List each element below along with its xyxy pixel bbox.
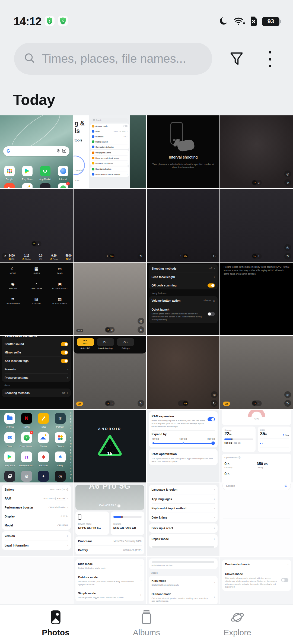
pencil-icon [41, 416, 45, 421]
thumbnail-camera-hdr-menu[interactable]: HDRAUTOAuto HDR ⧉terval shooting ⚙Settin… [74, 336, 146, 409]
settings-row: BluetoothOff [92, 134, 128, 139]
thumbnail-camera-viewfinder[interactable]: 1x2 [220, 115, 293, 188]
power-shield-icon [45, 16, 55, 27]
google-g-icon: G [285, 484, 287, 488]
auto-hdr-chip: HDRAUTOAuto HDR [77, 338, 94, 351]
cut-text: g & [75, 120, 85, 127]
mode-timelapse: ◔TIME-LAPSE [25, 282, 48, 289]
thumbnail-interval-shooting[interactable]: Interval shooting Take photos at a selec… [147, 115, 220, 188]
thumbnail-camera-viewfinder[interactable]: f/2.8 1x2 [74, 263, 146, 335]
thumbnail-modes-settings[interactable]: Kids modeDigital Wellbeing starts early.… [74, 557, 146, 604]
android-version: 15 [107, 451, 112, 456]
filter-button[interactable] [228, 50, 246, 68]
tab-photos[interactable]: Photos [30, 610, 81, 644]
thumbnail-camera-modes[interactable]: ☾NIGHT ▦HI-RES ▭PANO ◉SLO-MO ◔TIME-LAPSE… [0, 263, 73, 335]
thumbnail-camera-settings[interactable]: Composition assistance Shutter sound Mir… [0, 336, 73, 409]
thumbnail-video-settings[interactable]: Record videos in the high-efficiency vid… [220, 263, 293, 335]
netflix-n-icon: N [25, 416, 28, 421]
interval-shooting-chip: ⧉terval shooting [97, 338, 114, 351]
thumbnail-camera-viewfinder[interactable]: 1x2 [220, 189, 293, 262]
spec-row: ProcessorMediaTek Dimensity 6300 [78, 536, 142, 545]
app-game: ✦ [36, 471, 51, 482]
feature-description: Take photos at a selected interval until… [151, 163, 216, 169]
spec-row: Display6.57 in [5, 512, 68, 521]
thumbnail-camera-viewfinder[interactable]: 110x [74, 189, 146, 262]
folder-icon [7, 416, 12, 420]
mode-grid: ☾NIGHT ▦HI-RES ▭PANO ◉SLO-MO ◔TIME-LAPSE… [1, 266, 72, 305]
layers-icon: ⧉ [103, 340, 106, 344]
thumbnail-camera-viewfinder[interactable]: 110x [147, 336, 220, 409]
thumbnail-android-15[interactable]: ANDROID 15 [74, 410, 146, 482]
camera-toolbar: HDRAUTOAuto HDR ⧉terval shooting ⚙Settin… [74, 336, 146, 353]
settings-row: One-handed mode [225, 560, 288, 569]
thumbnail-camera-viewfinder[interactable]: 110x [147, 189, 220, 262]
thumbnail-settings[interactable]: g &ls tools Immortal tions Search Airpla… [74, 115, 146, 188]
google-widget: Google G [222, 483, 291, 490]
settings-row: Mobile network [92, 139, 128, 144]
camera-flip-icon [211, 400, 218, 407]
more-options-button[interactable] [265, 50, 275, 68]
thumbnail-app-drawer[interactable]: My Files NNetflix Notes ❄PCMark ☎Phone ⚡… [0, 410, 73, 482]
thumbnail-system-settings[interactable]: Language & region App languages Keyboard… [147, 483, 220, 556]
search-icon [23, 52, 36, 65]
toggle-off [208, 312, 215, 316]
albums-tab-icon [139, 621, 154, 626]
home-app-row-clipped: ⚡1 [3, 183, 70, 188]
camera-flip-icon [138, 326, 144, 333]
settings-row: Quick launchDouble press either volume b… [152, 305, 215, 323]
waveform-icon [42, 455, 45, 459]
app-phone: ☎Phone [2, 432, 17, 448]
wifi-icon [233, 16, 245, 27]
bottom-navigation: Photos Albums Explore [0, 605, 293, 644]
watermark-icon [138, 318, 144, 324]
setting-title: RAM expansion [152, 415, 174, 418]
game-icon: ✦ [42, 474, 45, 478]
zoom-badge: 2x [76, 402, 83, 406]
thumbnail-blank-page[interactable] [0, 557, 73, 604]
thumbnail-camera-pro-mode[interactable]: 1x2 6400ISO 1/13Shutter 0.0EV 0.20Focus … [0, 189, 73, 262]
thumbnail-home-screen[interactable]: G Google Play Store App Market Internet … [0, 115, 73, 188]
watermark-icon [284, 171, 291, 177]
thumbnail-gloves-mode[interactable]: One-handed mode Gloves modeThis mode all… [220, 557, 293, 604]
no-sim-icon [250, 16, 258, 27]
thumbnail-camera-viewfinder[interactable]: 2x 1x2 [220, 336, 293, 409]
explore-tab-icon [230, 621, 245, 626]
aperture-badge: f/2.8 [76, 329, 84, 332]
mode-docscanner: ▤DOC SCANNER [48, 297, 72, 305]
google-search-widget: G [3, 146, 69, 156]
app-my-files: My Files [2, 413, 17, 429]
thumbnail-home-blank[interactable]: Google G [220, 483, 293, 556]
thumbnail-device-specs[interactable]: Battery6500 mAh (TYP) RAM8.00 GB +8.00 G… [0, 483, 73, 556]
os-version: ColorOS 15.0 [99, 504, 116, 507]
settings-row: Add location tags [5, 356, 68, 365]
thumbnail-camera-settings[interactable]: Shooting methodsOff Lens focal length QR… [147, 263, 220, 335]
app-tools: ⚙ [19, 471, 34, 482]
play-store-icon [8, 454, 12, 459]
zoom-selector: 110x [178, 253, 188, 259]
do-not-disturb-moon-icon [219, 16, 229, 27]
thumbnail-ram-settings[interactable]: RAM expansionWhen the storage space is s… [147, 410, 220, 482]
settings-row: Volume button actionShutter [152, 296, 215, 305]
snowflake-icon: ❄ [58, 416, 62, 421]
thumbnail-phone-manager[interactable]: CPU Storage 22% 58.5 GB | 256 GB RAM35% … [220, 410, 293, 482]
photos-tab-icon [48, 621, 63, 626]
notification-badge: 1 [66, 182, 70, 185]
mode-pano: ▭PANO [48, 266, 72, 274]
settings-row: Keyboard & input method [152, 503, 215, 513]
search-input[interactable] [42, 52, 203, 65]
thumbnail-about-device[interactable]: A6 Pro 5G ColorOS 15.0 Device name OPPO … [74, 483, 146, 556]
tab-albums[interactable]: Albums [121, 610, 172, 644]
spec-row: RAM8.00 GB +8.00 GB [5, 494, 68, 503]
cut-text: tools [75, 138, 89, 142]
watermark-icon [211, 391, 218, 398]
search-bar[interactable] [14, 43, 212, 75]
section-header: Modes [151, 572, 216, 574]
camera-flip-icon [284, 179, 291, 186]
camera-flip-icon [284, 253, 291, 260]
thumbnail-modes-settings[interactable]: unlocking your device. Modes Kids modeDi… [147, 557, 220, 604]
tab-explore[interactable]: Explore [212, 610, 263, 644]
google-photos-icon [58, 435, 63, 440]
zoom-selector: 110x [105, 253, 115, 259]
settings-chip: ⚙Settings [117, 338, 134, 351]
phone-manager-icon: ⚡ [60, 185, 66, 188]
